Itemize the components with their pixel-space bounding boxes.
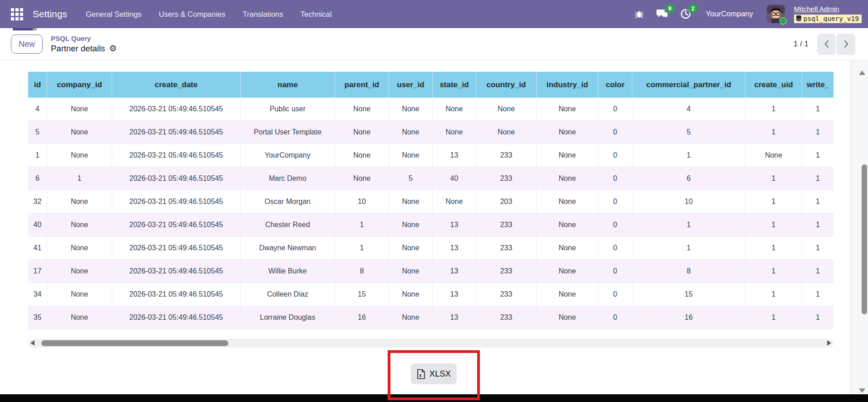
cell: 1 [802,213,833,236]
scroll-left-arrow-icon[interactable] [30,340,35,346]
column-header-commercial_partner_id: commercial_partner_id [632,72,745,98]
breadcrumb-parent-link[interactable]: PSQL Query [51,35,117,43]
cell: None [389,306,433,329]
top-navbar: Settings General SettingsUsers & Compani… [0,0,868,28]
cell: 233 [476,306,537,329]
cell: 233 [476,237,537,259]
column-header-create_date: create_date [112,72,241,98]
cell: 1 [802,283,833,306]
scroll-up-arrow-icon[interactable] [859,70,865,75]
cell: 8 [335,260,389,283]
table-body: 4None2026-03-21 05:49:46.510545Public us… [28,98,833,329]
activities-count-badge: 2 [688,4,698,13]
nav-menu-item-technical[interactable]: Technical [292,10,340,19]
cell: 0 [598,283,632,306]
query-result-table: idcompany_idcreate_datenameparent_iduser… [28,72,833,329]
query-result-area: idcompany_idcreate_datenameparent_iduser… [0,60,868,402]
cell: Marc Demo [241,167,335,190]
cell: None [335,98,389,120]
cell: None [433,121,476,144]
breadcrumb: PSQL Query Partner details ⚙ [51,35,117,54]
cell: 1 [632,213,745,236]
cell: 13 [433,283,476,306]
vertical-scrollbar-thumb[interactable] [862,164,867,314]
cell: None [389,98,433,120]
cell: 13 [433,237,476,259]
cell: 5 [389,167,433,190]
cell: None [47,213,112,236]
cell: 16 [632,306,745,329]
column-header-state_id: state_id [433,72,476,98]
cell: 1 [745,213,802,236]
scroll-down-arrow-icon[interactable] [859,388,865,393]
table-row: 4None2026-03-21 05:49:46.510545Public us… [28,98,833,121]
cell: 2026-03-21 05:49:46.510545 [112,237,241,259]
horizontal-scrollbar[interactable] [28,339,833,347]
user-name: Mitchell Admin [794,5,839,13]
cell: 35 [28,306,47,329]
cell: 233 [476,283,537,306]
cell: None [537,190,598,213]
cell: 1 [802,167,833,190]
table-row: 41None2026-03-21 05:49:46.510545Dwayne N… [28,237,833,260]
user-menu[interactable]: Mitchell Admin psql_query_v19 [794,5,862,23]
cell: 1 [745,260,802,283]
cell: None [537,306,598,329]
company-switcher[interactable]: YourCompany [700,10,760,18]
cell: 13 [433,144,476,167]
cell: None [476,121,537,144]
debug-button[interactable] [631,6,648,22]
cell: 5 [28,121,47,144]
chevron-right-icon [843,40,849,48]
cell: 13 [433,260,476,283]
cell: Oscar Morgan [241,190,335,213]
cell: None [335,144,389,167]
horizontal-scrollbar-thumb[interactable] [41,340,228,346]
cell: None [389,213,433,236]
cell: 16 [335,306,389,329]
excel-file-icon: x [417,369,425,379]
cell: 2026-03-21 05:49:46.510545 [112,283,241,306]
scroll-right-arrow-icon[interactable] [827,340,831,346]
gear-icon[interactable]: ⚙ [109,44,117,53]
cell: None [47,306,112,329]
apps-menu-button[interactable] [6,4,27,25]
cell: None [537,121,598,144]
cell: 15 [335,283,389,306]
cell: 2026-03-21 05:49:46.510545 [112,260,241,283]
cell: 0 [598,121,632,144]
column-header-color: color [598,72,632,98]
cell: None [537,167,598,190]
nav-menu-item-general-settings[interactable]: General Settings [77,10,150,19]
nav-menu-item-translations[interactable]: Translations [234,10,292,19]
xlsx-export-button[interactable]: x XLSX [411,363,457,384]
cell: None [389,283,433,306]
nav-menu-item-users-companies[interactable]: Users & Companies [150,10,234,19]
cell: None [537,237,598,259]
database-icon [796,15,802,22]
cell: 203 [476,190,537,213]
new-button[interactable]: New [11,35,43,54]
pager-next-button[interactable] [837,34,855,55]
pager-previous-button[interactable] [817,34,836,55]
current-app-name[interactable]: Settings [33,9,67,20]
cell: 1 [802,98,833,120]
messages-button[interactable]: 9 [652,5,672,22]
cell: 1 [632,144,745,167]
cell: None [47,98,112,120]
cell: None [389,260,433,283]
page-title: Partner details [51,43,105,54]
cell: 40 [433,167,476,190]
cell: 40 [28,213,47,236]
cell: None [433,190,476,213]
cell: 1 [632,237,745,259]
cell: 32 [28,190,47,213]
cell: 233 [476,167,537,190]
activities-button[interactable]: 2 [676,5,695,22]
online-status-dot [779,17,787,25]
cell: 1 [745,306,802,329]
pager-value[interactable]: 1 / 1 [794,40,809,49]
cell: 1 [335,213,389,236]
user-avatar[interactable] [767,5,785,23]
vertical-scrollbar[interactable] [850,60,868,402]
